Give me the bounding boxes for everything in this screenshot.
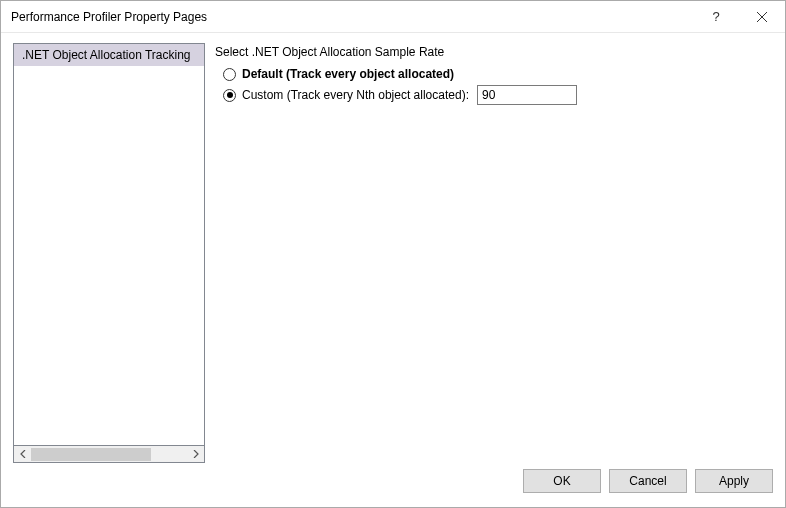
sidebar-container: .NET Object Allocation Tracking bbox=[13, 43, 205, 463]
option-default-label: Default (Track every object allocated) bbox=[242, 67, 454, 81]
section-heading: Select .NET Object Allocation Sample Rat… bbox=[215, 45, 773, 59]
scroll-track[interactable] bbox=[31, 447, 187, 462]
close-icon bbox=[757, 12, 767, 22]
scroll-left-button[interactable] bbox=[14, 447, 31, 462]
option-default-row[interactable]: Default (Track every object allocated) bbox=[223, 67, 773, 81]
scroll-thumb[interactable] bbox=[31, 448, 151, 461]
titlebar: Performance Profiler Property Pages ? bbox=[1, 1, 785, 33]
help-button[interactable]: ? bbox=[693, 1, 739, 33]
sidebar-item-label: .NET Object Allocation Tracking bbox=[22, 48, 191, 62]
option-custom-row[interactable]: Custom (Track every Nth object allocated… bbox=[223, 85, 773, 105]
content-area: .NET Object Allocation Tracking Select .… bbox=[1, 33, 785, 463]
chevron-left-icon bbox=[20, 450, 26, 458]
ok-button[interactable]: OK bbox=[523, 469, 601, 493]
window-title: Performance Profiler Property Pages bbox=[11, 10, 693, 24]
category-list[interactable]: .NET Object Allocation Tracking bbox=[13, 43, 205, 446]
dialog-window: Performance Profiler Property Pages ? .N… bbox=[0, 0, 786, 508]
main-panel: Select .NET Object Allocation Sample Rat… bbox=[215, 43, 773, 463]
apply-button[interactable]: Apply bbox=[695, 469, 773, 493]
custom-value-input[interactable] bbox=[477, 85, 577, 105]
dialog-footer: OK Cancel Apply bbox=[1, 463, 785, 507]
radio-custom[interactable] bbox=[223, 89, 236, 102]
close-button[interactable] bbox=[739, 1, 785, 33]
sidebar-item-net-allocation[interactable]: .NET Object Allocation Tracking bbox=[14, 44, 204, 66]
chevron-right-icon bbox=[193, 450, 199, 458]
cancel-button[interactable]: Cancel bbox=[609, 469, 687, 493]
scroll-right-button[interactable] bbox=[187, 447, 204, 462]
radio-default[interactable] bbox=[223, 68, 236, 81]
option-custom-label: Custom (Track every Nth object allocated… bbox=[242, 88, 469, 102]
horizontal-scrollbar[interactable] bbox=[13, 446, 205, 463]
